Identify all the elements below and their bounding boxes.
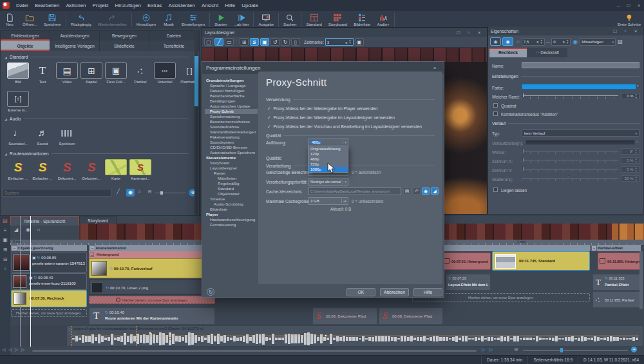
tree-item[interactable]: Soundaufnahme	[205, 124, 258, 129]
toolbox-item[interactable]: Text	[30, 62, 55, 84]
zoom-out-icon[interactable]: ⊖	[514, 347, 518, 352]
ok-button[interactable]: OK	[346, 288, 375, 296]
toolbox-item[interactable]: Video	[55, 62, 79, 84]
music-button[interactable]: Musik	[159, 11, 178, 29]
scale-value[interactable]: 50 %▲▼	[621, 175, 639, 182]
undo-button[interactable]: Rückgängig	[68, 11, 95, 29]
toolbox-item[interactable]: Dekoriert...	[55, 159, 79, 180]
close-icon[interactable]: ×	[630, 26, 641, 37]
menu-item[interactable]: Hilfe	[222, 0, 238, 11]
show-cache-eye-icon[interactable]: ◉	[422, 187, 430, 195]
track-header[interactable]: −Hintergrund	[89, 251, 215, 258]
settings-button[interactable]: Einstellungen	[178, 11, 208, 29]
tree-item[interactable]: Grundeinstellungen	[205, 78, 258, 83]
tab-deckkraft[interactable]: ◠Deckkraft	[527, 48, 567, 57]
liegen-lassen-checkbox[interactable]	[493, 187, 498, 192]
timeline-clip-selected[interactable]: 00:07.50, Rechteck	[11, 290, 87, 307]
toolbox-item[interactable]: Dekoriert...	[79, 159, 104, 180]
clean-cache-icon[interactable]: ◢	[431, 187, 439, 195]
timeline-vscrollbar[interactable]	[639, 251, 643, 309]
kombinationsmodus-checkbox[interactable]	[493, 111, 498, 116]
pin-icon[interactable]: ▫	[620, 26, 630, 37]
proxy-checkbox[interactable]: ✓Proxy-Videos bei der Wiedergabe im Play…	[267, 106, 377, 111]
color-swatch[interactable]	[522, 84, 636, 90]
close-icon[interactable]: ×	[634, 0, 644, 11]
toolbox-item[interactable]: Spektrum	[55, 124, 79, 146]
draw-tool-icon[interactable]: ╱	[214, 38, 223, 46]
zoom-mode-icon[interactable]: ▯	[291, 38, 300, 46]
tree-item[interactable]: Sprache / Language	[205, 83, 258, 88]
timeline-clip[interactable]: 00:11.855, Hintergrund	[598, 253, 641, 270]
expand-all-icon[interactable]: ⊞	[0, 245, 10, 254]
toolbox-item[interactable]: Flexi-Coll...	[104, 62, 128, 84]
headphones-icon[interactable]: ∩	[37, 227, 41, 233]
tree-item[interactable]: Steuerelemente	[205, 155, 258, 160]
toolbox-item[interactable]: Bild	[6, 62, 30, 84]
section-standard[interactable]: Standard	[5, 55, 189, 59]
tree-item[interactable]: Paketverwaltung	[205, 135, 258, 140]
preview-eye-icon[interactable]: ◉	[502, 37, 513, 46]
grid-icon[interactable]: ⊞	[240, 38, 249, 46]
toolbox-item[interactable]: Einfacher ...	[30, 159, 55, 180]
menu-item[interactable]: Bearbeiten	[32, 0, 63, 11]
gradient-colors-bar[interactable]	[526, 140, 635, 145]
tree-item[interactable]: Player	[205, 212, 258, 217]
angle-slider[interactable]	[522, 148, 618, 154]
soft-edge-value[interactable]: 0 %▲▼	[621, 93, 639, 99]
center-x-value[interactable]: 0 %▲▼	[621, 157, 639, 164]
step-fwd-icon[interactable]: ▷	[21, 347, 24, 352]
envelope-handle[interactable]	[149, 332, 151, 334]
playhead[interactable]	[30, 216, 31, 347]
tree-item[interactable]: Speichernutzung	[205, 114, 258, 119]
audio-view-button[interactable]: Audio+	[374, 11, 393, 29]
timeline-route-item[interactable]: S 00:08, Dekorierter Pfad	[312, 307, 377, 325]
audio-track[interactable]: ♪ drops-of-glas-by-musicparadise-from-fi…	[66, 325, 644, 347]
marker-line[interactable]	[20, 216, 21, 347]
menu-item[interactable]: Hinzufügen	[111, 0, 144, 11]
float-icon[interactable]: □	[610, 26, 620, 37]
dropdown-option[interactable]: 480p	[308, 157, 348, 162]
edit-icon[interactable]: ╱	[117, 189, 120, 195]
timeline-text-item[interactable]: T ↻ 00:11.655 Partikel-Effekt	[592, 274, 641, 291]
timeline-route-item[interactable]: S 00:08, Dekorierter Pfad	[379, 307, 443, 325]
toolbox-item[interactable]: Sound	[30, 124, 55, 146]
menu-item[interactable]: Projekt	[90, 0, 112, 11]
toolbox-item[interactable]: Kartenani...	[128, 159, 153, 180]
toolbox-item[interactable]: Kapitel	[79, 62, 104, 84]
collapse-all-icon[interactable]: ⊟	[0, 254, 10, 264]
toolbox-tab[interactable]: Texteffekte	[149, 41, 199, 51]
timeline-hscrollbar[interactable]	[32, 350, 477, 352]
toolbox-item[interactable]: Einfacher ...	[6, 159, 30, 180]
timeline-clip[interactable]: ↻ 00:10.70, Linien 2.png	[89, 280, 215, 295]
toolbox-tab[interactable]: Bewegungen	[100, 31, 149, 41]
pin-icon[interactable]: ▫	[464, 27, 474, 38]
tree-item[interactable]: Objektraster	[205, 191, 258, 196]
quadrat-checkbox[interactable]	[493, 103, 498, 108]
ring-icon[interactable]: ○	[516, 39, 520, 44]
tracks-icon[interactable]: ≡	[0, 225, 10, 235]
toolbox-item[interactable]: Soundauf...	[6, 124, 30, 146]
tree-item[interactable]: Benutzeroberfläche	[205, 93, 258, 99]
help-button[interactable]: Hilfe	[413, 288, 442, 296]
play-button[interactable]: Starten	[211, 11, 231, 29]
dropdown-option[interactable]: Originalauflösung	[308, 146, 348, 151]
tree-item[interactable]: Automatisches Update	[205, 104, 258, 109]
angle-value[interactable]: 0°▲▼	[621, 148, 639, 155]
tree-item[interactable]: Timeline	[205, 196, 258, 202]
tree-item[interactable]: Mittellinien	[205, 176, 258, 181]
notes-icon[interactable]: ▤	[618, 39, 623, 44]
float-icon[interactable]: □	[453, 27, 464, 38]
tree-item[interactable]: Benutzerverzeichnisse	[205, 119, 258, 124]
name-input[interactable]	[522, 62, 639, 68]
rotate-right-icon[interactable]: ↻	[281, 38, 290, 46]
save-button[interactable]: Speichern	[41, 11, 64, 29]
proxy-checkbox[interactable]: ✓Proxy-Videos bei der Wiedergabe im Layo…	[267, 115, 395, 120]
center-y-value[interactable]: 0 %▲▼	[621, 166, 639, 173]
tree-item[interactable]: Standard	[205, 186, 258, 191]
toolbox-item[interactable]: Partikel	[128, 62, 153, 84]
tree-item[interactable]: CD/DVD/BD-Brenner	[205, 145, 258, 150]
layers-icon[interactable]: ▣	[0, 235, 10, 245]
tree-item[interactable]: Standardbildeinstellungen	[205, 129, 258, 135]
toolbox-tab[interactable]: Ausblendungen	[50, 31, 100, 41]
toolbox-tab[interactable]: Dateien	[149, 31, 199, 41]
